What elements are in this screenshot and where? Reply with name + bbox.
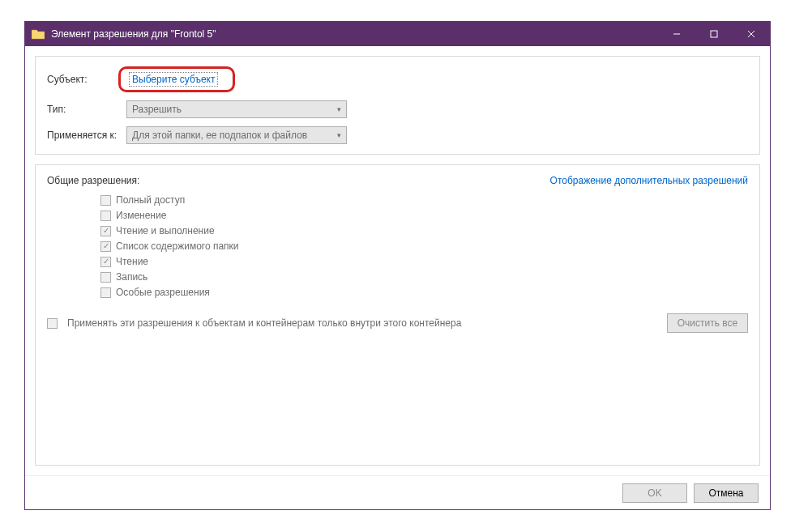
permission-item: ✓Чтение bbox=[100, 256, 748, 267]
minimize-button[interactable] bbox=[658, 22, 695, 46]
permission-checkbox[interactable]: ✓ bbox=[100, 241, 111, 252]
permission-label: Полный доступ bbox=[116, 194, 185, 206]
select-subject-link[interactable]: Выберите субъект bbox=[129, 72, 218, 87]
permissions-panel: Общие разрешения: Отображение дополнител… bbox=[35, 164, 760, 466]
svg-rect-1 bbox=[711, 31, 717, 37]
permission-item: Изменение bbox=[100, 210, 748, 221]
maximize-button[interactable] bbox=[695, 22, 733, 46]
permission-label: Список содержимого папки bbox=[116, 240, 239, 252]
permission-item: ✓Чтение и выполнение bbox=[100, 225, 748, 236]
permission-label: Чтение и выполнение bbox=[116, 225, 215, 236]
window-title: Элемент разрешения для "Frontol 5" bbox=[51, 28, 216, 40]
permission-label: Чтение bbox=[116, 256, 148, 267]
permissions-list: Полный доступИзменение✓Чтение и выполнен… bbox=[47, 194, 748, 302]
permission-label: Изменение bbox=[116, 210, 166, 221]
type-label: Тип: bbox=[47, 104, 126, 115]
permission-checkbox[interactable] bbox=[100, 211, 111, 221]
type-value: Разрешить bbox=[132, 104, 182, 115]
permission-item: Запись bbox=[100, 271, 748, 283]
top-panel: Субъект: Выберите субъект Тип: Разрешить… bbox=[35, 56, 760, 155]
titlebar[interactable]: Элемент разрешения для "Frontol 5" bbox=[25, 22, 770, 46]
applies-value: Для этой папки, ее подпапок и файлов bbox=[132, 130, 307, 141]
dialog-footer: OK Отмена bbox=[25, 475, 770, 509]
window-controls bbox=[658, 22, 770, 46]
permission-item: Полный доступ bbox=[100, 194, 748, 206]
permission-label: Запись bbox=[116, 271, 147, 283]
clear-all-button[interactable]: Очистить все bbox=[667, 313, 748, 333]
folder-icon bbox=[32, 28, 45, 40]
permission-checkbox[interactable] bbox=[100, 287, 111, 298]
permissions-header: Общие разрешения: bbox=[47, 175, 139, 186]
subject-label: Субъект: bbox=[47, 74, 126, 85]
chevron-down-icon: ▾ bbox=[337, 131, 341, 139]
chevron-down-icon: ▾ bbox=[337, 105, 341, 113]
ok-button[interactable]: OK bbox=[622, 483, 687, 503]
show-advanced-link[interactable]: Отображение дополнительных разрешений bbox=[550, 175, 748, 186]
permission-checkbox[interactable] bbox=[100, 272, 111, 283]
annotation-highlight: Выберите субъект bbox=[118, 66, 235, 92]
permission-checkbox[interactable]: ✓ bbox=[100, 257, 111, 267]
cancel-button[interactable]: Отмена bbox=[694, 483, 759, 503]
apply-within-checkbox[interactable] bbox=[47, 318, 58, 329]
close-button[interactable] bbox=[733, 22, 770, 46]
permission-item: ✓Список содержимого папки bbox=[100, 240, 748, 252]
apply-within-label: Применять эти разрешения к объектам и ко… bbox=[67, 317, 461, 329]
applies-label: Применяется к: bbox=[47, 130, 126, 141]
permission-item: Особые разрешения bbox=[100, 287, 748, 298]
type-select[interactable]: Разрешить ▾ bbox=[126, 100, 347, 118]
permission-checkbox[interactable] bbox=[100, 195, 111, 206]
permission-label: Особые разрешения bbox=[116, 287, 210, 298]
permission-checkbox[interactable]: ✓ bbox=[100, 226, 111, 236]
applies-to-select[interactable]: Для этой папки, ее подпапок и файлов ▾ bbox=[126, 126, 347, 144]
permission-entry-dialog: Элемент разрешения для "Frontol 5" Субъе… bbox=[24, 21, 771, 510]
client-area: Субъект: Выберите субъект Тип: Разрешить… bbox=[25, 46, 770, 475]
